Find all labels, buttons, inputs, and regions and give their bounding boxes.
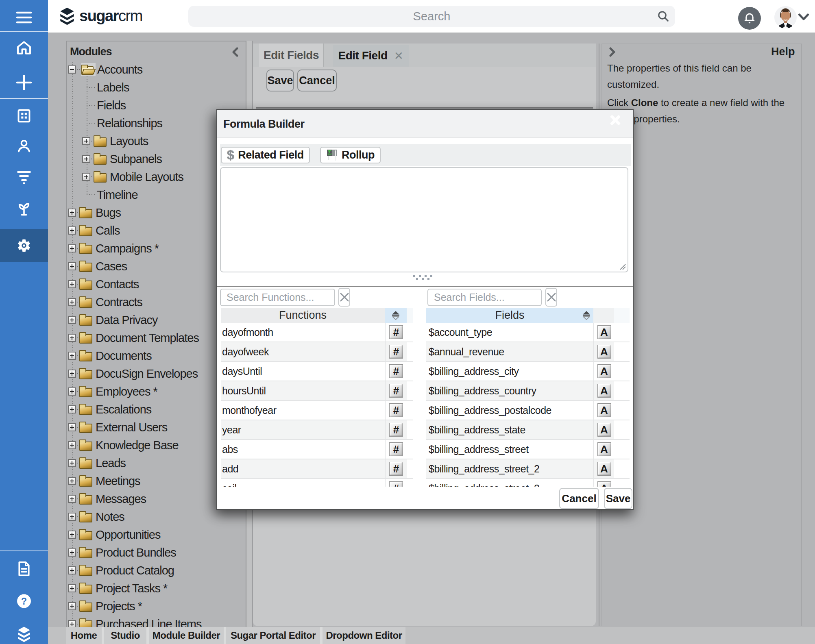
svg-text:?: ? (21, 596, 27, 607)
svg-text:Σ: Σ (328, 150, 331, 156)
